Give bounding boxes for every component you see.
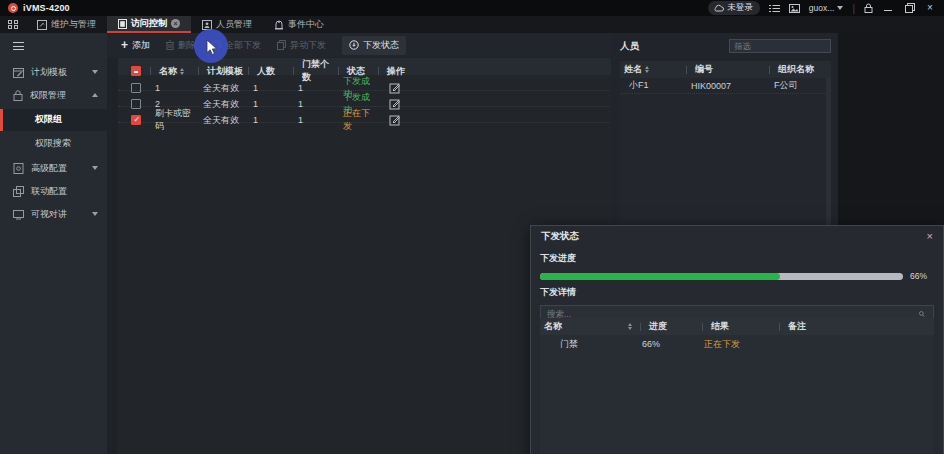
app-logo-icon [8,3,18,13]
person-row[interactable]: 小F1 HIK00007 F公司 [620,78,831,94]
cell-template: 全天有效 [194,82,244,95]
grid-menu-icon [8,20,18,30]
person-table-header: 姓名 编号 组织名称 [620,61,831,78]
cloud-login-button[interactable]: 未登录 [708,1,760,15]
event-center-icon [274,20,284,30]
cell-doors: 1 [289,83,334,93]
task-list-icon[interactable] [769,4,780,13]
column-header-status[interactable]: 状态 [334,65,374,78]
apply-status-button[interactable]: 下发状态 [342,36,406,55]
select-all-checkbox[interactable] [131,66,141,76]
edit-icon[interactable] [389,98,401,110]
minimize-icon [884,5,892,11]
delete-button[interactable]: 删除 [166,39,196,52]
chevron-up-icon [92,93,98,97]
access-control-icon [118,19,127,29]
user-name: guox... [809,3,835,13]
chevron-down-icon [92,166,98,170]
column-header-result[interactable]: 结果 [698,320,775,333]
cell-template: 全天有效 [194,98,244,111]
title-bar: iVMS-4200 未登录 guox... | × [0,0,944,16]
sidebar-item-label: 权限组 [35,113,62,126]
app-menu-button[interactable] [0,16,26,33]
tab-bar: 维护与管理 访问控制 × 人员管理 事件中心 [0,16,944,33]
row-checkbox[interactable] [131,99,141,109]
login-status: 未登录 [727,2,753,14]
detail-label: 下发详情 [531,281,943,299]
cell-progress: 66% [636,339,698,349]
app-body: 计划模板 权限管理 权限组 权限搜索 高级配置 联动配置 可视对讲 [0,33,944,454]
cell-device-name: 门禁 [540,338,636,351]
column-header-name[interactable]: 名称 [146,65,194,78]
dialog-close-button[interactable]: × [927,231,933,242]
sidebar-item-plan-template[interactable]: 计划模板 [0,61,107,84]
plan-template-icon [13,67,24,78]
add-label: 添加 [132,39,150,52]
snapshot-icon[interactable] [789,4,800,13]
plus-icon: + [121,40,128,50]
column-header-device-name[interactable]: 名称 [540,320,636,333]
column-header-doors[interactable]: 门禁个数 [289,58,334,84]
apply-changes-label: 异动下发 [290,39,326,52]
chevron-down-icon [92,212,98,216]
row-checkbox[interactable] [131,83,141,93]
sort-icon[interactable] [628,323,632,330]
cell-person-id: HIK00007 [682,81,765,91]
sidebar-item-label: 可视对讲 [31,208,67,221]
sidebar-item-permission-group[interactable]: 权限组 [0,109,107,131]
sidebar-item-linkage-config[interactable]: 联动配置 [0,180,107,203]
sidebar-collapse-button[interactable] [0,33,107,61]
sort-icon[interactable] [645,66,649,73]
cell-doors: 1 [289,115,334,125]
user-menu[interactable]: guox... [809,3,844,13]
edit-icon[interactable] [389,114,401,126]
minimize-button[interactable] [882,3,894,13]
mouse-cursor [206,39,218,56]
cell-template: 全天有效 [194,114,244,127]
cell-name: 1 [146,83,194,93]
chevron-down-icon [92,70,98,74]
sidebar-item-label: 高级配置 [31,162,67,175]
lock-icon[interactable] [864,3,873,13]
tab-event-center[interactable]: 事件中心 [263,16,335,33]
apply-status-icon [349,40,359,50]
column-header-person-org[interactable]: 组织名称 [765,63,831,76]
trash-icon [166,40,174,50]
cell-status: 正在下发 [334,107,374,133]
tab-label: 访问控制 [131,17,167,30]
progress-bar [540,273,903,280]
cell-person-name: 小F1 [620,79,682,92]
sidebar-item-permission-management[interactable]: 权限管理 [0,84,107,107]
sidebar-item-permission-search[interactable]: 权限搜索 [0,133,107,155]
advanced-config-icon [13,163,24,174]
cell-doors: 1 [289,99,334,109]
edit-icon[interactable] [389,82,401,94]
column-header-progress[interactable]: 进度 [636,320,698,333]
column-header-remark[interactable]: 备注 [775,320,934,333]
dialog-table-row[interactable]: 门禁 66% 正在下发 [540,335,934,353]
tab-access-control[interactable]: 访问控制 × [107,16,191,33]
column-header-person-name[interactable]: 姓名 [620,63,682,76]
add-button[interactable]: + 添加 [121,39,150,52]
sort-icon[interactable] [180,68,184,75]
row-checkbox[interactable] [131,115,141,125]
linkage-config-icon [13,186,24,197]
sidebar: 计划模板 权限管理 权限组 权限搜索 高级配置 联动配置 可视对讲 [0,33,107,454]
sidebar-item-video-intercom[interactable]: 可视对讲 [0,203,107,226]
app-title: iVMS-4200 [23,3,70,13]
close-button[interactable]: × [924,3,936,13]
cell-persons: 1 [244,99,289,109]
cell-result: 正在下发 [698,338,775,351]
sidebar-item-advanced-config[interactable]: 高级配置 [0,157,107,180]
restore-button[interactable] [903,3,915,13]
column-header-persons[interactable]: 人数 [244,65,289,78]
column-header-template[interactable]: 计划模板 [194,65,244,78]
apply-changes-button[interactable]: 异动下发 [277,39,326,52]
person-filter-input[interactable] [729,39,831,53]
tab-maintenance[interactable]: 维护与管理 [26,16,107,33]
tab-close-icon[interactable]: × [171,19,180,28]
cloud-icon [713,4,724,12]
sidebar-item-label: 联动配置 [31,185,67,198]
permission-lock-icon [13,90,23,101]
column-header-person-id[interactable]: 编号 [682,63,765,76]
